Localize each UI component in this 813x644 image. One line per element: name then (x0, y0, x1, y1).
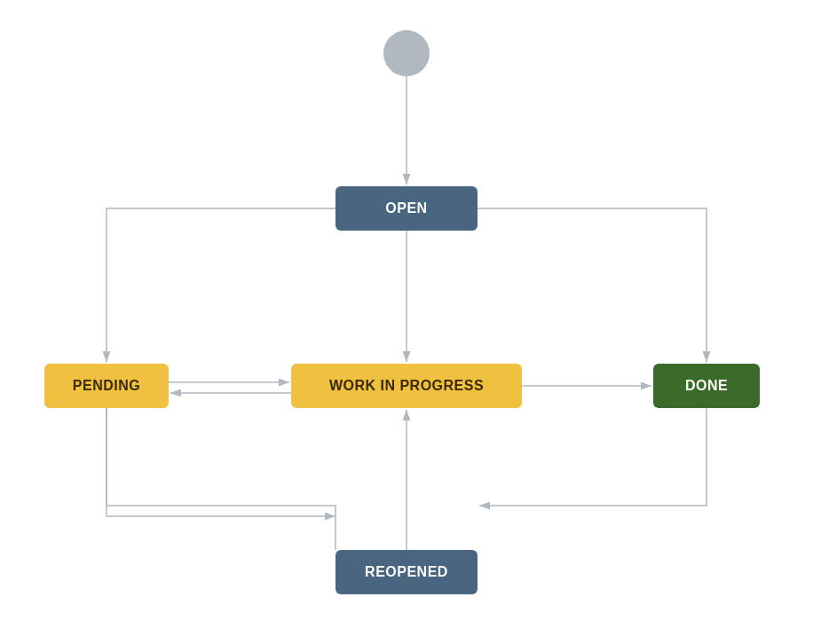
state-done: DONE (653, 364, 760, 408)
state-pending-label: PENDING (73, 378, 140, 394)
state-wip: WORK IN PROGRESS (291, 364, 522, 408)
diagram-container: OPEN PENDING WORK IN PROGRESS DONE REOPE… (0, 0, 813, 644)
start-node (383, 30, 430, 76)
state-reopened: REOPENED (335, 550, 478, 594)
state-wip-label: WORK IN PROGRESS (329, 378, 484, 394)
diagram-lines (0, 0, 813, 644)
state-pending: PENDING (44, 364, 169, 408)
state-open: OPEN (335, 186, 478, 231)
state-open-label: OPEN (385, 200, 427, 216)
state-done-label: DONE (685, 378, 728, 394)
state-reopened-label: REOPENED (365, 564, 448, 580)
